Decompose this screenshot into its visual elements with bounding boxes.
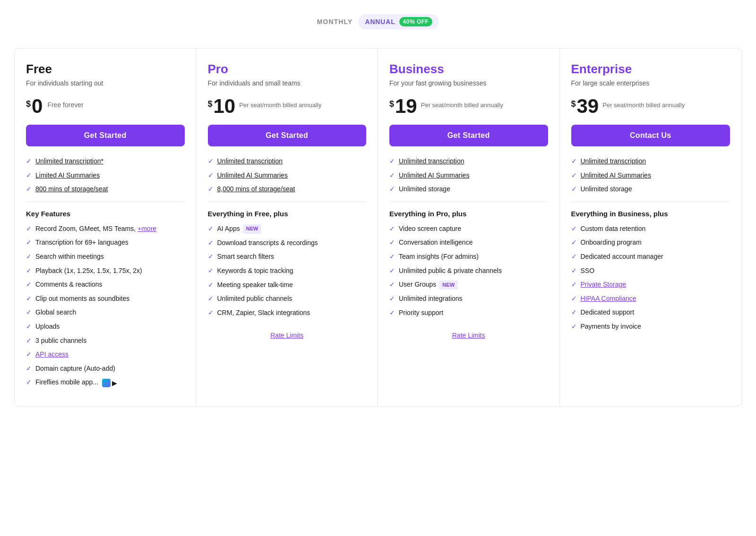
feature-text: Limited AI Summaries (35, 171, 100, 180)
feature-link[interactable]: +more (137, 225, 156, 232)
check-icon: ✓ (26, 281, 32, 288)
feature-text: Dedicated support (581, 308, 635, 317)
plan-col-business: BusinessFor your fast growing businesses… (378, 49, 560, 406)
feature-text: Global search (35, 308, 76, 317)
feature-item: ✓SSO (571, 266, 730, 276)
feature-item: ✓Dedicated account manager (571, 252, 730, 262)
section-title-enterprise: Everything in Business, plus (571, 210, 730, 218)
feature-text: Payments by invoice (581, 322, 641, 332)
feature-text: Unlimited transcription (399, 157, 464, 166)
price-amount: 19 (395, 96, 417, 116)
feature-text: Video screen capture (399, 224, 461, 234)
plan-tagline-enterprise: For large scale enterprises (571, 79, 730, 87)
section-title-free: Key Features (26, 210, 185, 218)
cta-button-business[interactable]: Get Started (389, 125, 548, 146)
feature-item: ✓Comments & reactions (26, 280, 185, 289)
check-icon: ✓ (26, 253, 32, 260)
rate-limits-link-pro[interactable]: Rate Limits (208, 332, 367, 339)
check-icon: ✓ (26, 308, 32, 316)
feature-item: ✓User GroupsNEW (389, 280, 548, 289)
plan-col-free: FreeFor individuals starting out$0Free f… (15, 49, 197, 406)
plan-tagline-pro: For individuals and small teams (208, 79, 367, 87)
feature-item: ✓Keywords & topic tracking (208, 266, 367, 276)
rate-limits-link-business[interactable]: Rate Limits (389, 332, 548, 339)
feature-link[interactable]: API access (35, 350, 69, 358)
price-desc: Free forever (47, 101, 83, 109)
feature-item: ✓Dedicated support (571, 308, 730, 317)
feature-item: ✓Unlimited public channels (208, 294, 367, 304)
feature-text: Unlimited integrations (399, 294, 463, 304)
feature-text: Playback (1x, 1.25x, 1.5x, 1.75x, 2x) (35, 266, 142, 276)
price-symbol: $ (208, 99, 213, 109)
check-icon: ✓ (571, 185, 577, 193)
cta-button-enterprise[interactable]: Contact Us (571, 125, 730, 146)
feature-text: Dedicated account manager (581, 252, 663, 262)
feature-item: ✓Unlimited transcription* (26, 157, 185, 166)
check-icon: ✓ (389, 238, 395, 246)
feature-item: ✓Unlimited storage (571, 185, 730, 194)
feature-text: Unlimited storage (399, 185, 450, 194)
feature-item: ✓Playback (1x, 1.25x, 1.5x, 1.75x, 2x) (26, 266, 185, 276)
feature-text: Uploads (35, 322, 60, 332)
feature-link[interactable]: Private Storage (581, 281, 627, 288)
feature-text: Unlimited transcription* (35, 157, 103, 166)
feature-text: User GroupsNEW (399, 280, 458, 289)
check-icon: ✓ (571, 171, 577, 179)
check-icon: ✓ (208, 281, 214, 289)
feature-item: ✓Unlimited storage (389, 185, 548, 194)
feature-item: ✓Onboarding program (571, 238, 730, 247)
check-icon: ✓ (571, 295, 577, 302)
check-icon: ✓ (26, 365, 32, 372)
check-icon: ✓ (571, 267, 577, 274)
price-amount: 39 (577, 96, 599, 116)
price-desc: Per seat/month billed annually (602, 101, 685, 110)
check-icon: ✓ (208, 239, 214, 247)
plan-name-enterprise: Enterprise (571, 62, 730, 77)
feature-item: ✓Private Storage (571, 280, 730, 289)
plan-tagline-business: For your fast growing businesses (389, 79, 548, 87)
cta-button-pro[interactable]: Get Started (208, 125, 367, 146)
feature-text: SSO (581, 266, 595, 276)
check-icon: ✓ (26, 337, 32, 344)
feature-text: Meeting speaker talk-time (217, 281, 293, 290)
section-title-pro: Everything in Free, plus (208, 210, 367, 218)
feature-text: 8,000 mins of storage/seat (217, 185, 295, 194)
check-icon: ✓ (208, 295, 214, 302)
feature-item: ✓3 public channels (26, 336, 185, 346)
feature-text: Unlimited AI Summaries (217, 171, 288, 180)
feature-text: CRM, Zapier, Slack integrations (217, 308, 310, 318)
cta-button-free[interactable]: Get Started (26, 125, 185, 146)
feature-item: ✓Record Zoom, GMeet, MS Teams, +more (26, 224, 185, 234)
feature-item: ✓Transcription for 69+ languages (26, 238, 185, 247)
feature-text: Fireflies mobile app... ▶ (35, 378, 120, 387)
feature-text: Unlimited AI Summaries (581, 171, 651, 180)
feature-text: HIPAA Compliance (581, 294, 636, 304)
plan-price-free: $0Free forever (26, 96, 185, 116)
section-title-business: Everything in Pro, plus (389, 210, 548, 218)
check-icon: ✓ (389, 185, 395, 193)
check-icon: ✓ (389, 157, 395, 165)
badge-new: NEW (439, 281, 458, 289)
plan-tagline-free: For individuals starting out (26, 79, 185, 87)
check-icon: ✓ (571, 157, 577, 165)
monthly-label[interactable]: MONTHLY (317, 18, 353, 26)
check-icon: ✓ (571, 308, 577, 316)
check-icon: ✓ (208, 253, 214, 260)
feature-text: Conversation intelligence (399, 238, 472, 247)
price-symbol: $ (571, 99, 576, 109)
feature-item: ✓Priority support (389, 308, 548, 318)
plan-price-business: $19Per seat/month billed annually (389, 96, 548, 116)
annual-wrapper[interactable]: ANNUAL 40% OFF (358, 14, 439, 29)
feature-text: Onboarding program (581, 238, 642, 247)
billing-toggle: MONTHLY ANNUAL 40% OFF (14, 9, 742, 34)
plan-price-pro: $10Per seat/month billed annually (208, 96, 367, 116)
check-icon: ✓ (26, 185, 32, 193)
feature-item: ✓API access (26, 350, 185, 359)
feature-text: Unlimited storage (581, 185, 632, 194)
feature-text: Unlimited transcription (581, 157, 646, 166)
price-amount: 0 (32, 96, 43, 116)
feature-text: Keywords & topic tracking (217, 266, 293, 276)
feature-item: ✓CRM, Zapier, Slack integrations (208, 308, 367, 318)
feature-link[interactable]: HIPAA Compliance (581, 295, 636, 302)
feature-text: Priority support (399, 308, 443, 318)
